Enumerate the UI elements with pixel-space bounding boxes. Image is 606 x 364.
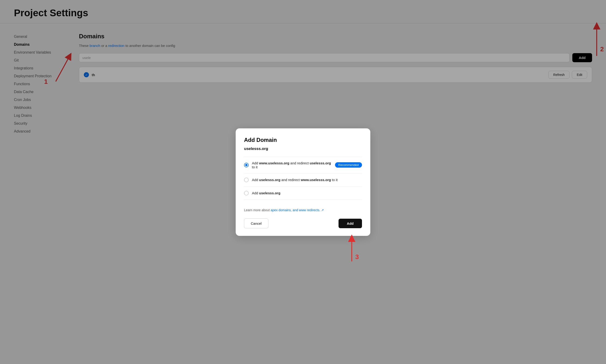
recommended-badge: Recommended bbox=[335, 162, 362, 168]
annotation-arrow-3: 3 bbox=[333, 234, 366, 264]
cancel-button[interactable]: Cancel bbox=[244, 219, 268, 228]
modal-overlay: Add Domain uselesss.org Add www.uselesss… bbox=[0, 0, 606, 364]
add-domain-modal: Add Domain uselesss.org Add www.uselesss… bbox=[236, 128, 370, 236]
modal-learn-more: Learn more about apex domains, and www r… bbox=[244, 205, 362, 212]
modal-options: Add www.uselesss.org and redirect useles… bbox=[244, 157, 362, 200]
modal-add-button[interactable]: Add bbox=[338, 219, 362, 228]
option-2-text: Add uselesss.org and redirect www.useles… bbox=[252, 178, 362, 182]
radio-option-2[interactable] bbox=[244, 178, 249, 182]
radio-inner-1 bbox=[245, 164, 247, 166]
modal-option-3[interactable]: Add uselesss.org bbox=[244, 186, 362, 200]
option-3-text: Add uselesss.org bbox=[252, 191, 362, 195]
modal-option-1[interactable]: Add www.uselesss.org and redirect useles… bbox=[244, 157, 362, 173]
radio-option-1[interactable] bbox=[244, 163, 249, 167]
svg-text:3: 3 bbox=[355, 253, 359, 260]
apex-domains-link[interactable]: apex domains, and www redirects. ↗ bbox=[271, 208, 324, 212]
radio-option-3[interactable] bbox=[244, 191, 249, 195]
option-1-text: Add www.uselesss.org and redirect useles… bbox=[252, 161, 332, 169]
modal-domain-name: uselesss.org bbox=[244, 146, 362, 151]
modal-option-2[interactable]: Add uselesss.org and redirect www.useles… bbox=[244, 173, 362, 186]
modal-actions: Cancel Add bbox=[244, 219, 362, 228]
modal-title: Add Domain bbox=[244, 137, 362, 143]
